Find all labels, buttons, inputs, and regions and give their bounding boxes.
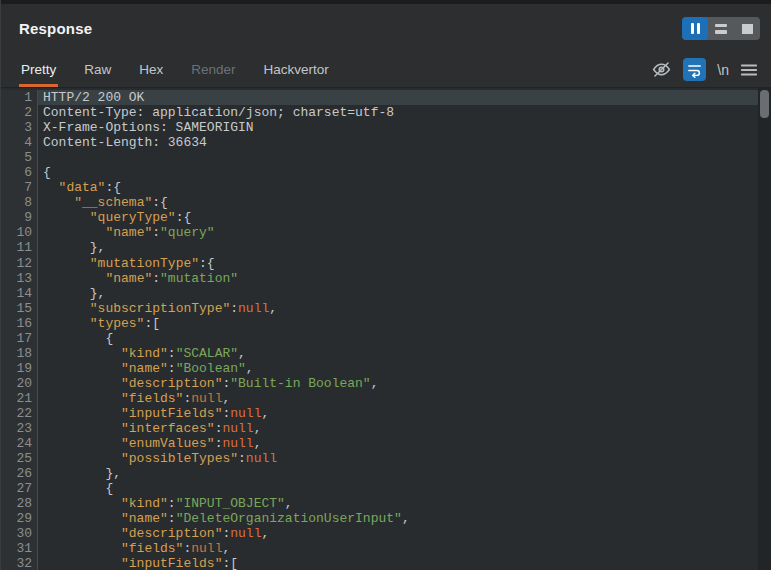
code-text: {	[38, 481, 758, 496]
code-text: "name":"query"	[38, 225, 758, 240]
code-text: "description":null,	[38, 526, 758, 541]
code-line: 25 "possibleTypes":null	[1, 451, 758, 466]
code-text: "description":"Built-in Boolean",	[38, 376, 758, 391]
line-number: 25	[1, 451, 38, 466]
tab-render[interactable]: Render	[189, 52, 237, 87]
line-number: 30	[1, 526, 38, 541]
line-number: 29	[1, 511, 38, 526]
code-line: 20 "description":"Built-in Boolean",	[1, 376, 758, 391]
line-number: 23	[1, 421, 38, 436]
line-number: 6	[1, 165, 38, 180]
code-text: "fields":null,	[38, 541, 758, 556]
code-text: Content-Length: 36634	[38, 135, 758, 150]
line-number: 16	[1, 316, 38, 331]
code-text: {	[38, 165, 758, 180]
editor-menu-button[interactable]	[740, 62, 758, 78]
rows-icon	[715, 24, 727, 34]
code-text	[38, 150, 758, 165]
code-line: 19 "name":"Boolean",	[1, 361, 758, 376]
line-number: 17	[1, 331, 38, 346]
stop-icon	[742, 24, 753, 34]
code-text: "inputFields":null,	[38, 406, 758, 421]
word-wrap-button[interactable]	[683, 58, 706, 81]
response-editor[interactable]: 1HTTP/2 200 OK2Content-Type: application…	[1, 88, 771, 570]
code-line: 11 },	[1, 240, 758, 255]
code-text: "name":"mutation"	[38, 271, 758, 286]
code-line: 4Content-Length: 36634	[1, 135, 758, 150]
line-number: 4	[1, 135, 38, 150]
line-number: 7	[1, 180, 38, 195]
stop-button[interactable]	[734, 17, 760, 40]
code-line: 31 "fields":null,	[1, 541, 758, 556]
code-line: 8 "__schema":{	[1, 195, 758, 210]
line-number: 12	[1, 256, 38, 271]
tab-hackvertor[interactable]: Hackvertor	[262, 52, 331, 87]
code-text: "mutationType":{	[38, 256, 758, 271]
newline-toggle-button[interactable]: \n	[717, 62, 729, 78]
line-number: 5	[1, 150, 38, 165]
code-text: "queryType":{	[38, 210, 758, 225]
code-line: 1HTTP/2 200 OK	[1, 90, 758, 105]
line-number: 2	[1, 105, 38, 120]
eye-slash-icon	[651, 59, 672, 80]
code-line: 2Content-Type: application/json; charset…	[1, 105, 758, 120]
code-text: {	[38, 331, 758, 346]
scrollbar-track[interactable]	[758, 88, 771, 570]
rows-layout-button[interactable]	[708, 17, 734, 40]
code-line: 16 "types":[	[1, 316, 758, 331]
view-toolbar: \n	[651, 52, 758, 87]
code-line: 27 {	[1, 481, 758, 496]
code-text: "kind":"SCALAR",	[38, 346, 758, 361]
code-line: 22 "inputFields":null,	[1, 406, 758, 421]
code-line: 28 "kind":"INPUT_OBJECT",	[1, 496, 758, 511]
code-lines: 1HTTP/2 200 OK2Content-Type: application…	[1, 88, 758, 570]
code-line: 13 "name":"mutation"	[1, 271, 758, 286]
view-tabs: Pretty Raw Hex Render Hackvertor	[19, 52, 331, 87]
line-number: 32	[1, 556, 38, 570]
line-number: 3	[1, 120, 38, 135]
code-line: 18 "kind":"SCALAR",	[1, 346, 758, 361]
code-line: 15 "subscriptionType":null,	[1, 301, 758, 316]
pause-icon	[691, 23, 700, 34]
code-line: 7 "data":{	[1, 180, 758, 195]
code-line: 24 "enumValues":null,	[1, 436, 758, 451]
code-line: 21 "fields":null,	[1, 391, 758, 406]
view-tabbar: Pretty Raw Hex Render Hackvertor	[1, 52, 771, 88]
code-line: 10 "name":"query"	[1, 225, 758, 240]
line-number: 21	[1, 391, 38, 406]
code-text: "name":"DeleteOrganizationUserInput",	[38, 511, 758, 526]
code-text: "name":"Boolean",	[38, 361, 758, 376]
code-line: 9 "queryType":{	[1, 210, 758, 225]
tab-pretty[interactable]: Pretty	[19, 52, 58, 87]
hide-nonprintable-button[interactable]	[651, 59, 672, 80]
line-number: 22	[1, 406, 38, 421]
code-line: 5	[1, 150, 758, 165]
code-text: X-Frame-Options: SAMEORIGIN	[38, 120, 758, 135]
pause-button[interactable]	[682, 17, 708, 40]
code-line: 3X-Frame-Options: SAMEORIGIN	[1, 120, 758, 135]
newline-icon: \n	[717, 62, 729, 78]
code-text: "inputFields":[	[38, 556, 758, 570]
code-text: },	[38, 466, 758, 481]
code-text: "kind":"INPUT_OBJECT",	[38, 496, 758, 511]
line-number: 27	[1, 481, 38, 496]
code-line: 23 "interfaces":null,	[1, 421, 758, 436]
code-line: 14 },	[1, 286, 758, 301]
line-number: 15	[1, 301, 38, 316]
code-text: "fields":null,	[38, 391, 758, 406]
tab-hex[interactable]: Hex	[137, 52, 165, 87]
line-number: 18	[1, 346, 38, 361]
response-panel: Response Pretty Raw Hex Render Hackver	[0, 0, 771, 570]
line-number: 14	[1, 286, 38, 301]
code-line: 32 "inputFields":[	[1, 556, 758, 570]
code-line: 17 {	[1, 331, 758, 346]
capture-controls	[682, 17, 760, 40]
code-line: 26 },	[1, 466, 758, 481]
code-text: "subscriptionType":null,	[38, 301, 758, 316]
code-text: "possibleTypes":null	[38, 451, 758, 466]
menu-icon	[740, 62, 758, 78]
tab-raw[interactable]: Raw	[82, 52, 113, 87]
scrollbar-thumb[interactable]	[760, 90, 769, 118]
line-number: 26	[1, 466, 38, 481]
panel-header: Response	[1, 4, 771, 52]
